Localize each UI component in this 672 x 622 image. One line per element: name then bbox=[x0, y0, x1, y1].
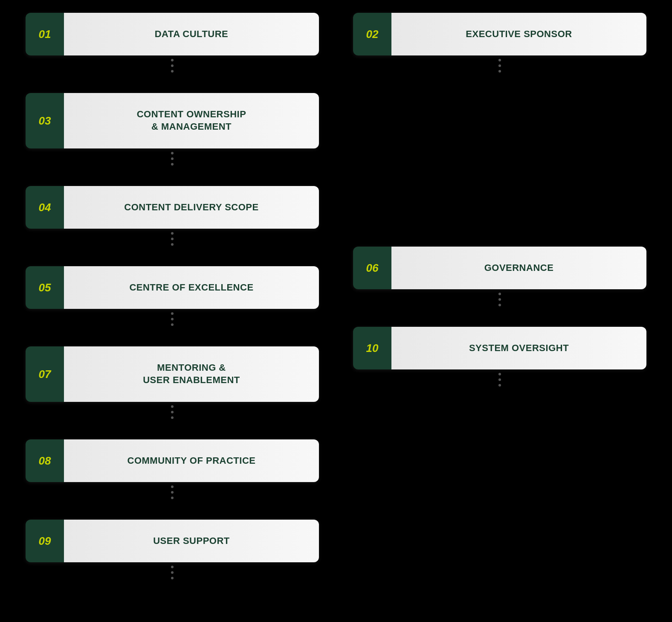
dot bbox=[171, 152, 174, 154]
dot bbox=[171, 405, 174, 408]
card-label-text: DATA CULTURE bbox=[155, 28, 229, 41]
dot bbox=[171, 318, 174, 320]
card-wrapper: 03CONTENT OWNERSHIP& MANAGEMENT bbox=[26, 93, 319, 169]
card[interactable]: 07MENTORING &USER ENABLEMENT bbox=[26, 346, 319, 402]
dot bbox=[171, 323, 174, 326]
connector-dots bbox=[353, 369, 646, 390]
dot bbox=[171, 232, 174, 235]
connector-dots bbox=[26, 55, 319, 76]
card-label: CENTRE OF EXCELLENCE bbox=[64, 266, 319, 309]
card-label: COMMUNITY OF PRACTICE bbox=[64, 439, 319, 482]
card-number: 04 bbox=[26, 186, 64, 229]
card-wrapper: 02EXECUTIVE SPONSOR bbox=[353, 13, 646, 76]
card-label-text: USER SUPPORT bbox=[153, 535, 230, 547]
card[interactable]: 08COMMUNITY OF PRACTICE bbox=[26, 439, 319, 482]
card-label-text: EXECUTIVE SPONSOR bbox=[466, 28, 572, 41]
card-number: 01 bbox=[26, 13, 64, 55]
card-wrapper: 08COMMUNITY OF PRACTICE bbox=[26, 439, 319, 503]
card-label-text: CONTENT OWNERSHIP& MANAGEMENT bbox=[137, 108, 246, 133]
dot bbox=[171, 157, 174, 160]
card-label-text: CENTRE OF EXCELLENCE bbox=[129, 282, 253, 294]
card-label-text: MENTORING &USER ENABLEMENT bbox=[143, 362, 240, 386]
dot bbox=[171, 70, 174, 73]
connector-dots bbox=[26, 229, 319, 249]
dot bbox=[171, 491, 174, 494]
card-wrapper: 09USER SUPPORT bbox=[26, 520, 319, 583]
card[interactable]: 09USER SUPPORT bbox=[26, 520, 319, 562]
spacer bbox=[353, 407, 646, 475]
card-number: 08 bbox=[26, 439, 64, 482]
dot bbox=[498, 59, 501, 61]
card-label-text: SYSTEM OVERSIGHT bbox=[469, 342, 569, 355]
dot bbox=[498, 298, 501, 301]
dot bbox=[171, 566, 174, 568]
left-column: 01DATA CULTURE03CONTENT OWNERSHIP& MANAG… bbox=[26, 13, 319, 600]
card-wrapper: 04CONTENT DELIVERY SCOPE bbox=[26, 186, 319, 249]
connector-dots bbox=[353, 55, 646, 76]
main-grid: 01DATA CULTURE03CONTENT OWNERSHIP& MANAG… bbox=[26, 13, 646, 600]
card-label: EXECUTIVE SPONSOR bbox=[391, 13, 646, 55]
card-wrapper: 06GOVERNANCE bbox=[353, 247, 646, 310]
connector-dots bbox=[353, 289, 646, 310]
card-label-text: COMMUNITY OF PRACTICE bbox=[127, 455, 256, 467]
card-number: 10 bbox=[353, 327, 391, 369]
connector-dots bbox=[26, 309, 319, 329]
spacer bbox=[353, 475, 646, 544]
card-label-text: GOVERNANCE bbox=[484, 262, 554, 274]
dot bbox=[171, 416, 174, 419]
dot bbox=[498, 293, 501, 295]
card-wrapper: 10SYSTEM OVERSIGHT bbox=[353, 327, 646, 390]
card-number: 02 bbox=[353, 13, 391, 55]
dot bbox=[171, 571, 174, 574]
dot bbox=[171, 497, 174, 499]
card[interactable]: 05CENTRE OF EXCELLENCE bbox=[26, 266, 319, 309]
card-label-text: CONTENT DELIVERY SCOPE bbox=[124, 201, 258, 214]
card[interactable]: 03CONTENT OWNERSHIP& MANAGEMENT bbox=[26, 93, 319, 148]
card-number: 06 bbox=[353, 247, 391, 289]
card-label: MENTORING &USER ENABLEMENT bbox=[64, 346, 319, 402]
card-number: 05 bbox=[26, 266, 64, 309]
dot bbox=[498, 64, 501, 67]
card-label: USER SUPPORT bbox=[64, 520, 319, 562]
dot bbox=[171, 64, 174, 67]
dot bbox=[498, 384, 501, 387]
card-wrapper: 01DATA CULTURE bbox=[26, 13, 319, 76]
card-wrapper: 07MENTORING &USER ENABLEMENT bbox=[26, 346, 319, 422]
card[interactable]: 06GOVERNANCE bbox=[353, 247, 646, 289]
dot bbox=[171, 59, 174, 61]
dot bbox=[498, 378, 501, 381]
connector-dots bbox=[26, 482, 319, 503]
spacer bbox=[353, 93, 646, 178]
spacer bbox=[353, 178, 646, 247]
card[interactable]: 02EXECUTIVE SPONSOR bbox=[353, 13, 646, 55]
card-number: 07 bbox=[26, 346, 64, 402]
dot bbox=[171, 312, 174, 315]
connector-dots bbox=[26, 402, 319, 422]
card[interactable]: 01DATA CULTURE bbox=[26, 13, 319, 55]
connector-dots bbox=[26, 562, 319, 583]
card[interactable]: 04CONTENT DELIVERY SCOPE bbox=[26, 186, 319, 229]
card-label: GOVERNANCE bbox=[391, 247, 646, 289]
card-label: SYSTEM OVERSIGHT bbox=[391, 327, 646, 369]
dot bbox=[171, 163, 174, 166]
dot bbox=[171, 411, 174, 413]
card[interactable]: 10SYSTEM OVERSIGHT bbox=[353, 327, 646, 369]
right-column: 02EXECUTIVE SPONSOR06GOVERNANCE10SYSTEM … bbox=[353, 13, 646, 600]
card-number: 03 bbox=[26, 93, 64, 148]
dot bbox=[171, 243, 174, 246]
card-label: CONTENT OWNERSHIP& MANAGEMENT bbox=[64, 93, 319, 148]
connector-dots bbox=[26, 148, 319, 169]
dot bbox=[171, 238, 174, 240]
card-wrapper: 05CENTRE OF EXCELLENCE bbox=[26, 266, 319, 329]
dot bbox=[171, 485, 174, 488]
dot bbox=[498, 373, 501, 375]
dot bbox=[171, 577, 174, 579]
card-label: DATA CULTURE bbox=[64, 13, 319, 55]
card-number: 09 bbox=[26, 520, 64, 562]
dot bbox=[498, 70, 501, 73]
dot bbox=[498, 304, 501, 306]
card-label: CONTENT DELIVERY SCOPE bbox=[64, 186, 319, 229]
